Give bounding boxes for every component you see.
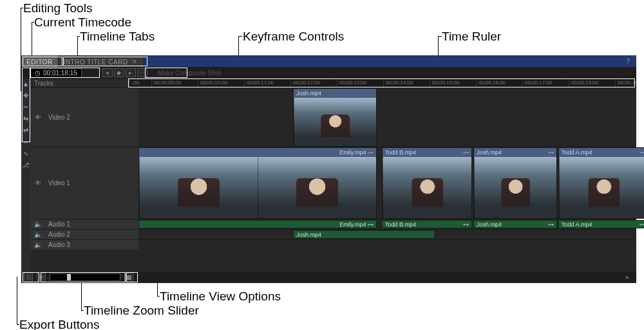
track-label: Audio 3 — [48, 241, 70, 248]
clip-title: Josh.mp4 — [296, 90, 321, 96]
ruler-tick: 00;00;19;00 — [615, 79, 636, 87]
callout-export-buttons: Export Buttons — [19, 318, 100, 330]
track-label: Audio 1 — [48, 221, 70, 228]
tab-editor[interactable]: EDITOR — [21, 55, 59, 67]
eye-icon[interactable]: 👁 — [34, 114, 42, 121]
clip-title: Emily.mp4 — [339, 221, 366, 228]
clip-title: Todd B.mp4 — [385, 149, 416, 156]
ruler-tick: 00;00;14;00 — [383, 79, 413, 87]
track-video-1: 👁 Video 1 Emily.mp4 ⊶ Todd B.mp4⊶ Josh.m… — [30, 147, 636, 219]
rate-tool-icon[interactable]: ∿ — [22, 149, 30, 157]
clip-josh-a2[interactable]: Josh.mp4 — [293, 230, 435, 239]
link-icon: ⊶ — [548, 149, 554, 156]
callout-keyframe-controls: Keyframe Controls — [243, 30, 344, 44]
track-lane[interactable]: Josh.mp4 — [138, 230, 636, 239]
ruler-tick: 00;00;10;00 — [198, 79, 227, 87]
slice-tool-icon[interactable]: ✂ — [22, 103, 30, 111]
track-audio-3: 🔈 Audio 3 — [30, 239, 636, 250]
ruler-tick: ;00 — [129, 79, 139, 87]
ruler-tick: 00;00;18;00 — [569, 79, 598, 87]
close-icon[interactable]: ✕ — [132, 59, 138, 65]
clip-emily-a1[interactable]: Emily.mp4 ⊶ — [138, 220, 377, 228]
clip-josh-v1[interactable]: Josh.mp4⊶ — [473, 147, 557, 219]
track-video-2: 👁 Video 2 Josh.mp4 — [30, 87, 636, 147]
clip-toddb-v1[interactable]: Todd B.mp4⊶ — [382, 147, 472, 219]
link-icon: ⊶ — [463, 221, 469, 228]
clip-title: Josh.mp4 — [477, 221, 502, 228]
clip-josh-v2[interactable]: Josh.mp4 — [293, 88, 377, 147]
track-lane[interactable]: Josh.mp4 — [138, 88, 636, 147]
callout-timeline-zoom-slider: Timeline Zoom Slider — [84, 304, 199, 318]
add-keyframe-button[interactable]: ◆ — [114, 68, 124, 77]
eye-icon[interactable]: 👁 — [34, 179, 42, 187]
ripple-tool-icon[interactable]: ↔ — [22, 138, 30, 145]
clip-toddb-a1[interactable]: Todd B.mp4⊶ — [382, 220, 472, 228]
make-composite-label: Make Composite Shot — [158, 69, 221, 77]
callout-current-timecode: Current Timecode — [34, 15, 131, 30]
track-audio-1: 🔈 Audio 1 Emily.mp4 ⊶ Todd B.mp4⊶ Josh.m… — [30, 219, 636, 229]
callout-editing-tools: Editing Tools — [23, 1, 92, 15]
clock-icon: ◷ — [35, 69, 41, 77]
help-icon[interactable]: ? — [623, 57, 632, 66]
clip-title: Todd B.mp4 — [385, 221, 416, 228]
timeline-view-options-button[interactable]: ▦ — [124, 273, 133, 282]
keyframe-controls: ◂ ◆ ▸ ⋯ — [102, 68, 147, 77]
link-icon: ⊶ — [548, 221, 554, 228]
speaker-icon[interactable]: 🔈 — [34, 241, 42, 248]
export-button-1[interactable]: ⍓ — [24, 273, 33, 282]
timecode-row: ◷ 00;01;18;15 ◂ ◆ ▸ ⋯ Make Composite Sho… — [21, 67, 636, 78]
export-button-2[interactable]: ⎘ — [37, 273, 46, 282]
link-icon: ⊶ — [463, 149, 469, 156]
keyframe-options-button[interactable]: ⋯ — [137, 68, 147, 77]
clip-todda-a1[interactable]: Todd A.mp4⊶ — [558, 220, 644, 228]
ruler-tick: 00;00;09;00 — [151, 79, 181, 87]
hand-tool-icon[interactable]: ✥ — [22, 91, 30, 99]
zoom-handle[interactable] — [67, 274, 71, 280]
slide-tool-icon[interactable]: ⇄ — [22, 126, 30, 134]
editing-tools: ▲ ✥ ✂ ⇆ ⇄ ↔ ∿ ⎇ — [21, 78, 30, 271]
track-label: Video 1 — [48, 179, 70, 187]
link-icon: ⊶ — [639, 149, 644, 156]
timecode-value: 00;01;18;15 — [43, 69, 77, 77]
track-lane[interactable] — [138, 240, 636, 250]
speaker-icon[interactable]: 🔈 — [34, 221, 42, 228]
clip-title: Emily.mp4 — [339, 149, 366, 156]
ruler-tick: 00;00;15;00 — [430, 79, 459, 87]
tracks-label: Tracks — [30, 80, 129, 87]
track-lane[interactable]: Emily.mp4 ⊶ Todd B.mp4⊶ Josh.mp4⊶ Todd A… — [138, 147, 636, 219]
timeline-zoom-slider[interactable] — [50, 273, 120, 281]
track-lane[interactable]: Emily.mp4 ⊶ Todd B.mp4⊶ Josh.mp4⊶ Todd A… — [138, 219, 636, 229]
timeline-tab-bar: EDITOR INTRO TITLE CARD ✕ ? — [21, 55, 636, 67]
track-audio-2: 🔈 Audio 2 Josh.mp4 — [30, 229, 636, 239]
callout-timeline-tabs: Timeline Tabs — [80, 30, 155, 44]
track-label: Video 2 — [48, 114, 70, 121]
link-icon: ⊶ — [368, 221, 374, 228]
slip-tool-icon[interactable]: ⇆ — [22, 115, 30, 122]
next-keyframe-button[interactable]: ▸ — [126, 68, 136, 77]
track-label: Audio 2 — [48, 231, 70, 238]
time-ruler[interactable]: ;00 00;00;09;00 00;00;10;00 00;00;11;00 … — [129, 78, 636, 87]
clip-title: Josh.mp4 — [477, 149, 502, 156]
ruler-tick: 00;00;11;00 — [244, 79, 274, 87]
clip-josh-a1[interactable]: Josh.mp4⊶ — [473, 220, 557, 228]
ruler-tick: 00;00;17;00 — [522, 79, 552, 87]
clip-title: Todd A.mp4 — [562, 149, 592, 156]
prev-keyframe-button[interactable]: ◂ — [102, 68, 113, 77]
current-timecode[interactable]: ◷ 00;01;18;15 — [30, 68, 82, 78]
tab-editor-label: EDITOR — [26, 59, 53, 66]
snap-tool-icon[interactable]: ⎇ — [22, 161, 30, 169]
clip-title: Josh.mp4 — [296, 232, 321, 238]
tab-intro-label: INTRO TITLE CARD — [64, 59, 128, 66]
clip-todda-v1[interactable]: Todd A.mp4⊶ — [558, 147, 644, 219]
select-tool-icon[interactable]: ▲ — [22, 80, 30, 87]
callout-time-ruler: Time Ruler — [442, 30, 501, 44]
tab-intro-title-card[interactable]: INTRO TITLE CARD ✕ — [59, 55, 144, 67]
speaker-icon[interactable]: 🔈 — [34, 231, 42, 238]
scroll-right-icon[interactable]: ▸ — [626, 273, 634, 281]
timeline-editor: EDITOR INTRO TITLE CARD ✕ ? ◷ 00;01;18;1… — [21, 55, 636, 283]
ruler-tick: 00;00;16;00 — [476, 79, 506, 87]
clip-emily-v1[interactable]: Emily.mp4 ⊶ — [138, 147, 377, 219]
ruler-tick: 00;00;13;00 — [337, 79, 366, 87]
link-icon: ⊶ — [639, 221, 644, 228]
clip-title: Todd A.mp4 — [562, 221, 592, 228]
